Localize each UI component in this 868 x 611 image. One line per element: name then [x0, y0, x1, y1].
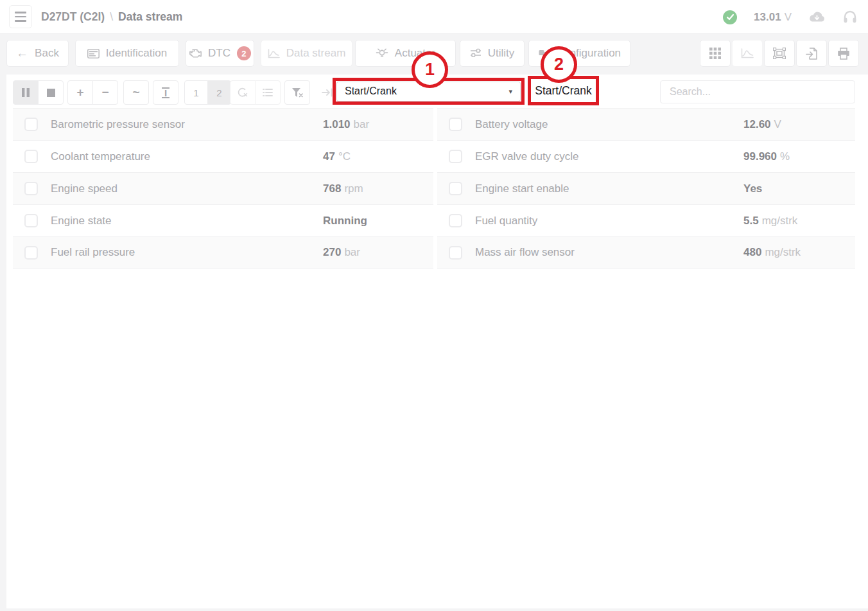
chevron-down-icon: ▾ — [508, 87, 512, 96]
breadcrumb-separator: \ — [110, 10, 113, 24]
app-window: D27DT (C2I) \ Data stream 13.01V ← Back — [0, 0, 868, 611]
grid-icon — [709, 48, 721, 59]
bulb-rays-icon — [376, 48, 388, 59]
engine-icon — [189, 49, 202, 58]
table-row: Fuel quantity 5.5mg/strk — [437, 204, 855, 236]
param-label: Engine start enable — [475, 182, 569, 195]
back-arrow-icon: ← — [16, 46, 28, 60]
param-value: 270 — [323, 246, 341, 258]
hamburger-menu-button[interactable] — [9, 5, 32, 28]
param-unit: rpm — [344, 182, 363, 195]
selection-frame-icon — [773, 48, 786, 59]
annotation-step-1: 1 — [412, 51, 448, 88]
tab-data-stream: Data stream — [261, 40, 352, 67]
zoom-group: + − — [67, 80, 118, 105]
param-label: Engine state — [51, 215, 112, 227]
row-checkbox[interactable] — [24, 182, 38, 195]
param-value: Running — [323, 215, 367, 227]
smooth-curve-button[interactable]: ~ — [123, 80, 149, 105]
tab-dtc[interactable]: DTC 2 — [186, 40, 254, 67]
playback-group — [13, 80, 64, 105]
param-value: 12.60 — [743, 118, 771, 130]
auto-height-button[interactable]: I — [153, 80, 178, 105]
select-frame-button[interactable] — [764, 40, 795, 67]
scale-group: I — [153, 80, 178, 105]
tab-identification-label: Identification — [106, 47, 167, 60]
remove-button[interactable]: − — [92, 80, 118, 105]
row-checkbox[interactable] — [449, 214, 462, 227]
tab-dtc-label: DTC — [208, 47, 230, 60]
back-label: Back — [35, 47, 59, 60]
tab-identification[interactable]: Identification — [75, 40, 179, 67]
wave-group: ~ — [123, 80, 149, 105]
cloud-download-icon[interactable] — [808, 11, 826, 24]
param-label: Engine speed — [51, 182, 117, 195]
param-value: Yes — [743, 182, 762, 195]
param-unit: % — [780, 150, 790, 163]
page-group: 1 2 — [184, 80, 231, 105]
param-label: Fuel quantity — [475, 215, 537, 227]
page-1-button[interactable]: 1 — [184, 80, 208, 105]
row-checkbox[interactable] — [24, 214, 38, 227]
param-unit: mg/strk — [762, 215, 798, 227]
param-unit: bar — [354, 118, 370, 130]
param-unit: °C — [338, 150, 351, 163]
param-label: Mass air flow sensor — [475, 246, 575, 259]
grid-view-button[interactable] — [700, 40, 731, 67]
row-checkbox[interactable] — [449, 182, 462, 195]
clear-filter-button[interactable] — [284, 80, 310, 105]
group-name-label: Start/Crank — [535, 84, 592, 98]
param-value: 5.5 — [743, 215, 759, 227]
headset-icon[interactable] — [842, 10, 858, 25]
param-label: Barometric pressure sensor — [51, 118, 185, 131]
table-row: Engine start enable Yes — [437, 172, 855, 204]
clear-refresh-button — [230, 80, 256, 105]
param-value: 47 — [323, 150, 335, 163]
table-row: EGR valve duty cycle 99.960% — [437, 140, 855, 172]
search-area — [660, 80, 855, 103]
row-checkbox[interactable] — [24, 246, 38, 260]
row-checkbox[interactable] — [449, 118, 462, 131]
list-button — [255, 80, 281, 105]
add-button[interactable]: + — [67, 80, 93, 105]
tab-utility[interactable]: Utility — [460, 40, 525, 67]
filter-group — [284, 80, 310, 105]
printer-icon — [837, 48, 850, 60]
row-checkbox[interactable] — [24, 150, 38, 163]
param-value: 1.010 — [323, 118, 351, 130]
stop-button[interactable] — [38, 80, 64, 105]
print-button[interactable] — [828, 40, 859, 67]
connection-ok-icon — [723, 10, 737, 24]
header-status-area: 13.01V — [723, 0, 858, 34]
export-button[interactable] — [796, 40, 827, 67]
table-row: Battery voltage 12.60V — [437, 108, 855, 140]
page-2-button[interactable]: 2 — [207, 80, 231, 105]
table-row: Coolant temperature 47°C — [13, 140, 433, 172]
param-unit: V — [774, 118, 781, 130]
export-document-icon — [806, 48, 817, 60]
reset-group — [230, 80, 281, 105]
param-value: 480 — [743, 246, 761, 258]
height-i-icon: I — [162, 87, 169, 98]
param-label: Battery voltage — [475, 118, 548, 131]
graph-view-button — [732, 40, 763, 67]
row-checkbox[interactable] — [449, 246, 462, 260]
table-row: Fuel rail pressure 270bar — [13, 236, 433, 269]
param-unit: mg/strk — [765, 246, 801, 258]
param-unit: bar — [344, 246, 360, 258]
pause-button[interactable] — [13, 80, 39, 105]
page-bottom-edge — [0, 608, 868, 611]
graph-icon — [741, 48, 754, 58]
hamburger-icon — [15, 12, 26, 13]
row-checkbox[interactable] — [449, 150, 462, 163]
row-checkbox[interactable] — [24, 118, 38, 131]
breadcrumb: D27DT (C2I) \ Data stream — [41, 10, 182, 24]
app-header: D27DT (C2I) \ Data stream 13.01V — [0, 0, 868, 34]
table-row: Mass air flow sensor 480mg/strk — [437, 236, 855, 269]
search-input[interactable] — [660, 80, 855, 103]
dtc-count-badge: 2 — [237, 46, 251, 60]
param-label: Coolant temperature — [51, 150, 150, 163]
tab-utility-label: Utility — [488, 47, 515, 60]
back-button[interactable]: ← Back — [6, 40, 69, 67]
param-value: 99.960 — [743, 150, 777, 163]
